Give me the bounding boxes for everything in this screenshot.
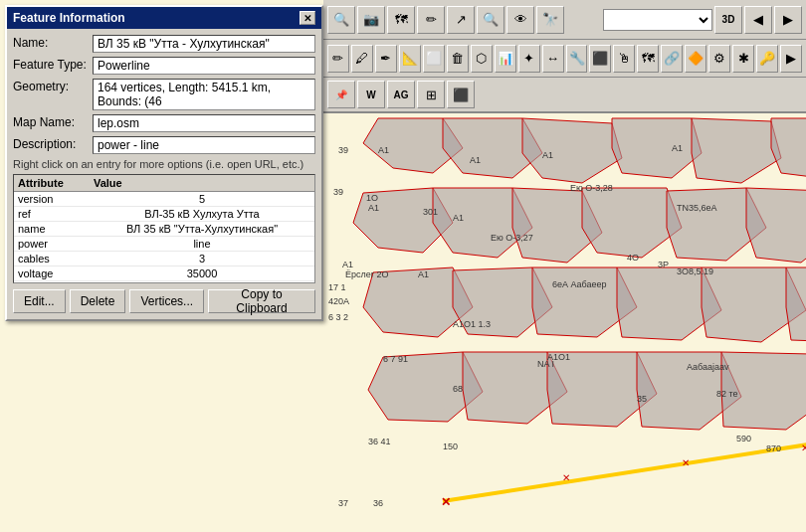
- svg-marker-1: [443, 118, 542, 178]
- toolbar-btn-glasses[interactable]: 👁: [506, 6, 534, 34]
- toolbar-btn-3d[interactable]: 3D: [714, 6, 742, 34]
- tb2-btn13[interactable]: 🖱: [613, 45, 635, 73]
- tb2-btn12[interactable]: ⬛: [589, 45, 611, 73]
- toolbar-btn-camera[interactable]: 📷: [357, 6, 385, 34]
- tb2-btn3[interactable]: ✒: [375, 45, 397, 73]
- svg-marker-29: [368, 352, 483, 422]
- svg-marker-30: [463, 352, 567, 424]
- toolbar-btn-binoculars[interactable]: 🔭: [536, 6, 564, 34]
- geometry-row: Geometry: 164 vertices, Length: 5415.1 k…: [13, 79, 315, 110]
- tb2-btn8[interactable]: 📊: [495, 45, 516, 73]
- svg-marker-11: [433, 188, 532, 258]
- tb2-btn5[interactable]: ⬜: [423, 45, 445, 73]
- tb3-btn4[interactable]: ⊞: [417, 81, 445, 108]
- svg-text:82 те: 82 те: [716, 389, 738, 399]
- attr-cell: circuits: [14, 281, 90, 284]
- toolbar-btn-nav2[interactable]: ▶: [774, 6, 802, 34]
- tb2-btn18[interactable]: ✱: [732, 45, 754, 73]
- tb3-btn1[interactable]: 📌: [327, 81, 355, 108]
- map-name-row: Map Name: lep.osm: [13, 114, 315, 132]
- value-cell: 1: [90, 281, 314, 284]
- dialog-buttons: Edit... Delete Vertices... Copy to Clipb…: [13, 289, 315, 313]
- attr-cell: cables: [14, 252, 90, 266]
- map-name-value: lep.osm: [93, 114, 315, 132]
- tb2-btn1[interactable]: ✏: [327, 45, 349, 73]
- toolbar-btn-nav1[interactable]: ◀: [744, 6, 772, 34]
- svg-text:А1: А1: [470, 155, 481, 165]
- vertices-button[interactable]: Vertices...: [129, 289, 204, 313]
- svg-text:6eА Аабаеер: 6eА Аабаеер: [552, 279, 607, 289]
- table-row[interactable]: powerline: [14, 237, 314, 252]
- name-row: Name: ВЛ 35 кВ "Утта - Хулхутинская": [13, 35, 315, 53]
- value-cell: ВЛ-35 кВ Хулхута Утта: [90, 207, 314, 222]
- svg-text:А1: А1: [378, 145, 389, 155]
- edit-button[interactable]: Edit...: [13, 289, 66, 313]
- col-value-header: Value: [90, 175, 314, 192]
- svg-marker-31: [547, 352, 657, 427]
- tb2-btn20[interactable]: ▶: [780, 45, 802, 73]
- svg-marker-22: [532, 267, 637, 337]
- shader-select[interactable]: Atlas Shader: [603, 9, 712, 31]
- tb2-btn11[interactable]: 🔧: [566, 45, 588, 73]
- tb2-btn16[interactable]: 🔶: [685, 45, 706, 73]
- svg-marker-13: [582, 188, 682, 258]
- svg-text:✕: ✕: [562, 472, 570, 483]
- table-row[interactable]: version5: [14, 192, 314, 207]
- value-cell: 3: [90, 252, 314, 266]
- svg-text:68: 68: [453, 384, 463, 394]
- toolbar-btn-edit[interactable]: ✏: [417, 6, 445, 34]
- delete-button[interactable]: Delete: [70, 289, 126, 313]
- svg-marker-23: [617, 267, 721, 340]
- svg-marker-10: [353, 188, 453, 253]
- svg-marker-20: [363, 267, 473, 337]
- tb2-btn14[interactable]: 🗺: [637, 45, 659, 73]
- attribute-table-container[interactable]: Attribute Value version5refВЛ-35 кВ Хулх…: [13, 174, 315, 283]
- tb3-btn5[interactable]: ⬛: [447, 81, 475, 108]
- col-attribute-header: Attribute: [14, 175, 90, 192]
- tb2-btn19[interactable]: 🔑: [756, 45, 778, 73]
- attr-cell: power: [14, 237, 90, 252]
- svg-text:3Р: 3Р: [658, 260, 669, 269]
- toolbar-btn-map[interactable]: 🗺: [387, 6, 415, 34]
- svg-text:37: 37: [338, 498, 348, 508]
- tb2-btn15[interactable]: 🔗: [661, 45, 683, 73]
- svg-text:1О: 1О: [366, 193, 378, 203]
- svg-text:✕: ✕: [682, 457, 690, 468]
- tb3-btn2[interactable]: W: [357, 81, 385, 108]
- copy-clipboard-button[interactable]: Copy to Clipboard: [208, 289, 315, 313]
- dialog-close-button[interactable]: ✕: [300, 11, 315, 25]
- toolbar-top: 🔍 📷 🗺 ✏ ↗ 🔍 👁 🔭 Atlas Shader 3D ◀ ▶: [323, 0, 806, 40]
- tb2-btn2[interactable]: 🖊: [351, 45, 373, 73]
- tb2-btn17[interactable]: ⚙: [708, 45, 730, 73]
- toolbar-btn-search[interactable]: 🔍: [477, 6, 504, 34]
- tb2-btn4[interactable]: 📐: [399, 45, 421, 73]
- svg-text:36 41: 36 41: [368, 437, 391, 446]
- svg-text:А1О1 1.3: А1О1 1.3: [453, 319, 491, 329]
- svg-marker-0: [363, 118, 463, 173]
- table-row[interactable]: refВЛ-35 кВ Хулхута Утта: [14, 207, 314, 222]
- value-cell: 35000: [90, 266, 314, 281]
- tb2-btn10[interactable]: ↔: [542, 45, 564, 73]
- feature-type-label: Feature Type:: [13, 57, 93, 72]
- svg-text:А1: А1: [342, 260, 353, 269]
- svg-text:17 1: 17 1: [328, 282, 346, 292]
- svg-text:36: 36: [373, 498, 383, 508]
- tb2-btn6[interactable]: 🗑: [447, 45, 469, 73]
- tb2-btn9[interactable]: ✦: [518, 45, 540, 73]
- toolbar-btn-zoom[interactable]: 🔍: [327, 6, 355, 34]
- feature-type-row: Feature Type: Powerline: [13, 57, 315, 75]
- table-row[interactable]: circuits1: [14, 281, 314, 284]
- feature-info-dialog: Feature Information ✕ Name: ВЛ 35 кВ "Ут…: [5, 5, 323, 321]
- attr-cell: voltage: [14, 266, 90, 281]
- table-row[interactable]: cables3: [14, 252, 314, 266]
- svg-text:✕: ✕: [441, 495, 451, 509]
- svg-text:39: 39: [333, 187, 343, 197]
- value-cell: 5: [90, 192, 314, 207]
- tb3-btn3[interactable]: AG: [387, 81, 415, 108]
- table-row[interactable]: voltage35000: [14, 266, 314, 281]
- toolbar-btn-arrow[interactable]: ↗: [447, 6, 475, 34]
- tb2-btn7[interactable]: ⬡: [471, 45, 493, 73]
- svg-text:А1: А1: [672, 143, 683, 153]
- table-row[interactable]: nameВЛ 35 кВ "Утта-Хулхутинская": [14, 222, 314, 237]
- svg-text:А1: А1: [453, 213, 464, 223]
